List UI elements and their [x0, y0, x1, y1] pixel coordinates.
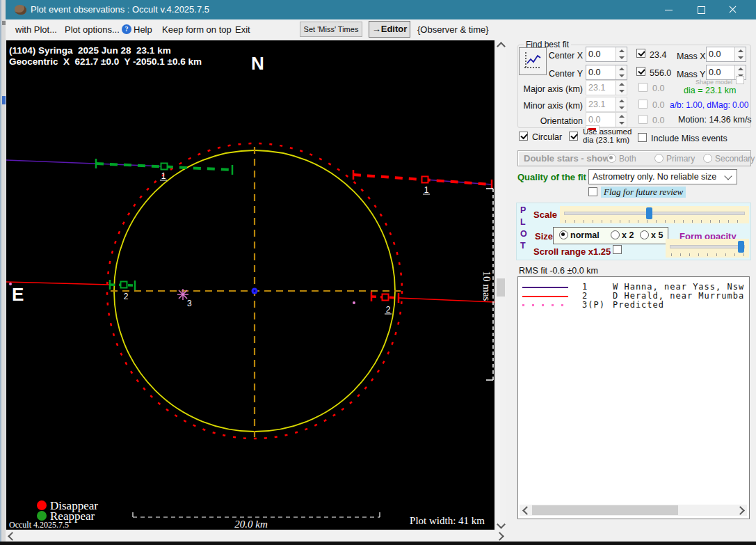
size-x5-radio[interactable]: [640, 230, 649, 239]
rms-fit-label: RMS fit -0.6 ±0.0 km: [519, 266, 598, 276]
include-miss-checkbox[interactable]: [638, 133, 647, 142]
minor-unc-checkbox[interactable]: [638, 100, 648, 109]
plot-letter-p: P: [520, 205, 526, 215]
minimize-icon: [665, 10, 673, 10]
occultation-plot: (1104) Syringa 2025 Jun 28 23.1 km Geoce…: [6, 40, 494, 530]
chord1-reappear-marker: [161, 164, 168, 170]
vertical-scroll-thumb[interactable]: [497, 278, 505, 297]
observer-1-name: W Hanna, near Yass, Nsw: [613, 282, 744, 292]
scale-slider[interactable]: [560, 206, 749, 223]
list-scroll-right-icon[interactable]: [736, 506, 745, 515]
scale-slider-thumb[interactable]: [646, 207, 652, 219]
minimize-button[interactable]: [654, 0, 684, 19]
chord2-disappear-marker: [383, 294, 389, 301]
titlebar: Plot event observations : Occult v.4.202…: [6, 0, 756, 19]
svg-text:1: 1: [424, 185, 429, 195]
double-stars-panel: Double stars - show Both Primary Seconda…: [517, 150, 751, 166]
quality-dropdown[interactable]: Astrometry only. No reliable size: [588, 169, 737, 184]
scroll-up-icon[interactable]: [497, 42, 506, 51]
shape-model-checkbox[interactable]: [736, 76, 744, 84]
event-dot: [9, 283, 12, 285]
size-x2-radio[interactable]: [611, 230, 620, 239]
screen: Plot event observations : Occult v.4.202…: [0, 0, 756, 545]
plot-letter-t: T: [520, 241, 526, 251]
help-icon[interactable]: ?: [122, 24, 131, 34]
use-assumed-label-1: Use assumed: [583, 127, 632, 136]
mass-x-spinner[interactable]: [734, 47, 746, 61]
scale-label: Scale: [533, 210, 557, 220]
dropdown-chevron-icon: [724, 172, 732, 180]
dia-label: dia = 23.1 km: [684, 86, 736, 95]
check-x-value: 23.4: [650, 50, 666, 60]
scroll-range-checkbox[interactable]: [613, 245, 622, 254]
set-miss-times-button[interactable]: Set 'Miss' Times: [300, 22, 362, 37]
use-assumed-label-2: dia (23.1 km): [583, 136, 629, 144]
opacity-slider-thumb[interactable]: [738, 241, 744, 253]
event-dot: [353, 301, 355, 304]
scroll-left-icon[interactable]: [8, 532, 17, 541]
double-secondary-radio[interactable]: [703, 154, 712, 163]
double-secondary-label: Secondary: [715, 154, 755, 164]
menu-help[interactable]: Help: [134, 24, 152, 35]
size-label: Size: [535, 231, 553, 242]
check-y-checkbox[interactable]: [636, 67, 645, 76]
right-panel: Find best fit Center X 0.0 23.4 Mass X 0…: [506, 40, 756, 542]
plot-header-line1: (1104) Syringa 2025 Jun 28 23.1 km: [9, 45, 171, 56]
form-opacity-slider[interactable]: [666, 239, 749, 258]
double-both-radio[interactable]: [607, 154, 616, 163]
center-y-spinner[interactable]: [616, 65, 627, 79]
plot-canvas[interactable]: (1104) Syringa 2025 Jun 28 23.1 km Geoce…: [6, 40, 495, 530]
double-primary-radio[interactable]: [654, 154, 663, 163]
plot-vertical-scrollbar[interactable]: [495, 40, 506, 530]
menu-keep-on-top[interactable]: Keep form on top: [162, 24, 232, 35]
flag-review-checkbox[interactable]: [588, 187, 597, 196]
size-x5-label: x 5: [651, 230, 663, 240]
major-unc-checkbox[interactable]: [638, 83, 648, 92]
scroll-down-icon[interactable]: [497, 520, 506, 529]
east-label: E: [12, 284, 24, 305]
window-title: Plot event observations : Occult v.4.202…: [31, 4, 209, 15]
predicted-label: 3: [187, 299, 192, 308]
observer-2-num: 2: [582, 291, 588, 301]
list-horizontal-scrollbar[interactable]: [520, 505, 747, 516]
use-assumed-checkbox[interactable]: [569, 132, 578, 141]
center-x-spinner[interactable]: [616, 47, 627, 61]
plot-header-line2: Geocentric X 621.7 ±0.0 Y -2050.1 ±0.6 k…: [9, 56, 202, 67]
scroll-right-icon[interactable]: [495, 532, 504, 541]
mas-scale-label: 10 mas: [481, 271, 492, 301]
observer-3-swatch: [522, 304, 568, 306]
menu-plot-options[interactable]: Plot options...: [65, 24, 120, 35]
editor-button[interactable]: →Editor: [369, 21, 410, 38]
maximize-button[interactable]: [686, 0, 716, 19]
check-x-checkbox[interactable]: [636, 49, 645, 58]
mass-x-input[interactable]: 0.0: [706, 47, 746, 62]
size-radio-group: normal x 2 x 5: [553, 227, 668, 244]
chord2-reappear-marker: [121, 282, 127, 288]
major-unc-value: 0.0: [652, 84, 664, 93]
north-label: N: [251, 53, 264, 74]
center-y-label: Center Y: [527, 69, 583, 79]
menu-exit[interactable]: Exit: [235, 24, 250, 35]
quality-value: Astrometry only. No reliable size: [593, 172, 716, 182]
observer-1-swatch: [522, 287, 568, 288]
menubar: with Plot... Plot options... ? Help Keep…: [6, 19, 756, 40]
center-y-input[interactable]: 0.0: [586, 65, 627, 80]
observer-list[interactable]: 1 W Hanna, near Yass, Nsw 2 D Herald, ne…: [517, 276, 750, 519]
mass-x-label: Mass X: [677, 52, 706, 61]
app-icon-asteroid: [15, 5, 26, 15]
close-button[interactable]: [718, 0, 747, 19]
observer-time-label: {Observer & time}: [417, 24, 489, 35]
circular-checkbox[interactable]: [519, 132, 528, 141]
list-scroll-left-icon[interactable]: [522, 506, 531, 515]
check-y-value: 556.0: [650, 68, 671, 78]
minor-axis-input: 23.1: [586, 97, 627, 112]
center-x-input[interactable]: 0.0: [586, 47, 627, 62]
list-scroll-thumb[interactable]: [532, 505, 678, 515]
chord1-disappear-marker: [422, 177, 428, 183]
size-normal-radio[interactable]: [559, 230, 568, 239]
desktop-strip: [0, 542, 756, 545]
orientation-unc-checkbox[interactable]: [638, 115, 648, 124]
major-axis-label: Major axis (km): [513, 84, 583, 94]
plot-horizontal-scrollbar[interactable]: [6, 530, 506, 542]
menu-with-plot[interactable]: with Plot...: [15, 24, 57, 35]
